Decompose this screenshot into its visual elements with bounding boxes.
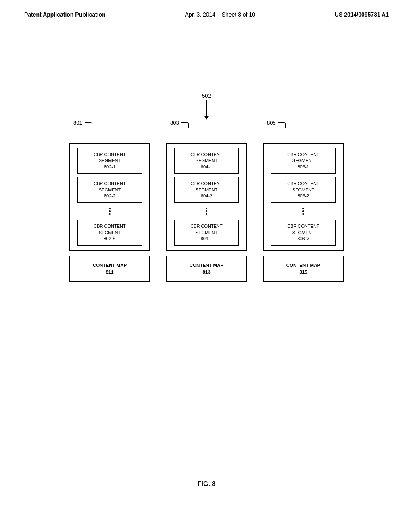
dot: [206, 213, 207, 215]
col3-segv-line1: CBR CONTENT: [287, 224, 319, 229]
dot: [302, 210, 304, 212]
col1-map-box: CONTENT MAP 811: [69, 256, 150, 283]
col3-seg2-line1: CBR CONTENT: [287, 181, 319, 186]
col1-seg2-line2: SEGMENT: [99, 187, 121, 192]
columns-row: 801 CBR CONTENT SEGMENT 802-1 CBR CONTEN…: [69, 129, 344, 282]
header-center: Apr. 3, 2014 Sheet 8 of 10: [185, 11, 255, 18]
col1-segment-2: CBR CONTENT SEGMENT 802-2: [77, 177, 142, 203]
col2-segment-1: CBR CONTENT SEGMENT 804-1: [174, 148, 239, 174]
col3-label-area: 805: [263, 129, 344, 138]
col2-seg1-line2: SEGMENT: [196, 158, 217, 163]
col1-seg2-line1: CBR CONTENT: [94, 181, 125, 186]
dot: [109, 208, 111, 209]
col3-segment-1: CBR CONTENT SEGMENT 806-1: [271, 148, 336, 174]
col1-map-line2: 811: [106, 270, 113, 274]
col1-map-line1: CONTENT MAP: [93, 263, 127, 268]
col3-seg1-line1: CBR CONTENT: [287, 152, 319, 157]
col2-segt-line2: SEGMENT: [196, 230, 217, 235]
page: Patent Application Publication Apr. 3, 2…: [0, 0, 413, 532]
col3-map-box: CONTENT MAP 815: [263, 256, 344, 283]
dot: [206, 208, 207, 209]
col2-segt-line3: 804-T: [201, 236, 213, 241]
col2-seg2-line1: CBR CONTENT: [190, 181, 222, 186]
dot: [302, 208, 304, 209]
col1-segs-line3: 802-S: [104, 236, 115, 241]
col2-seg2-line2: SEGMENT: [196, 187, 217, 192]
col2-segment-t: CBR CONTENT SEGMENT 804-T: [174, 220, 239, 245]
dot: [302, 213, 304, 215]
col3-segment-v: CBR CONTENT SEGMENT 806-V: [271, 220, 336, 245]
column-3: 805 CBR CONTENT SEGMENT 806-1 CBR CONTEN…: [263, 129, 344, 282]
col1-segment-1: CBR CONTENT SEGMENT 802-1: [77, 148, 142, 174]
col1-bracket: [85, 122, 92, 128]
col1-seg1-line1: CBR CONTENT: [94, 152, 125, 157]
header-date: Apr. 3, 2014: [185, 11, 216, 18]
col3-segv-line2: SEGMENT: [292, 230, 314, 235]
col2-bracket: [181, 122, 189, 128]
dot: [109, 213, 111, 215]
diagram-area: 502 801 CBR CONTENT SEGMENT 802-1: [0, 93, 413, 282]
col1-segment-s: CBR CONTENT SEGMENT 802-S: [77, 220, 142, 245]
col2-map-box: CONTENT MAP 813: [166, 256, 247, 283]
col3-bracket: [278, 122, 286, 128]
col2-dots: [206, 208, 207, 215]
col2-map-line1: CONTENT MAP: [190, 263, 223, 268]
dot: [109, 210, 111, 212]
col3-seg1-line2: SEGMENT: [292, 158, 314, 163]
col1-number: 801: [73, 120, 82, 126]
col1-segs-line1: CBR CONTENT: [94, 224, 125, 229]
col3-map-line1: CONTENT MAP: [286, 263, 320, 268]
col2-segment-2: CBR CONTENT SEGMENT 804-2: [174, 177, 239, 203]
col2-map-line2: 813: [202, 270, 210, 274]
header: Patent Application Publication Apr. 3, 2…: [0, 0, 413, 18]
header-sheet: Sheet 8 of 10: [222, 11, 255, 18]
col2-label-area: 803: [166, 129, 247, 138]
col1-dots: [109, 208, 111, 215]
top-arrow-container: 502: [202, 93, 211, 116]
col3-seg2-line2: SEGMENT: [292, 187, 314, 192]
col1-label-area: 801: [69, 129, 150, 138]
figure-label: FIG. 8: [198, 480, 215, 488]
col3-segment-2: CBR CONTENT SEGMENT 806-2: [271, 177, 336, 203]
col3-segv-line3: 806-V: [297, 236, 309, 241]
col2-segt-line1: CBR CONTENT: [190, 224, 222, 229]
col1-seg2-line3: 802-2: [104, 193, 115, 198]
col2-seg2-line3: 804-2: [201, 193, 212, 198]
column-1: 801 CBR CONTENT SEGMENT 802-1 CBR CONTEN…: [69, 129, 150, 282]
col3-outer-box: CBR CONTENT SEGMENT 806-1 CBR CONTENT SE…: [263, 143, 344, 251]
header-right: US 2014/0095731 A1: [335, 11, 389, 18]
col1-segs-line2: SEGMENT: [99, 230, 121, 235]
col1-outer-box: CBR CONTENT SEGMENT 802-1 CBR CONTENT SE…: [69, 143, 150, 251]
col2-number: 803: [170, 120, 179, 126]
col3-number: 805: [267, 120, 276, 126]
col3-dots: [302, 208, 304, 215]
dot: [206, 210, 207, 212]
arrow-label: 502: [202, 93, 211, 99]
col2-seg1-line3: 804-1: [201, 164, 212, 169]
col2-outer-box: CBR CONTENT SEGMENT 804-1 CBR CONTENT SE…: [166, 143, 247, 251]
header-left: Patent Application Publication: [24, 11, 106, 18]
col1-seg1-line2: SEGMENT: [99, 158, 121, 163]
arrow-down: [206, 100, 207, 116]
col3-map-line2: 815: [299, 270, 307, 274]
col2-seg1-line1: CBR CONTENT: [190, 152, 222, 157]
col1-seg1-line3: 802-1: [104, 164, 115, 169]
col3-seg2-line3: 806-2: [298, 193, 309, 198]
column-2: 803 CBR CONTENT SEGMENT 804-1 CBR CONTEN…: [166, 129, 247, 282]
col3-seg1-line3: 806-1: [298, 164, 309, 169]
